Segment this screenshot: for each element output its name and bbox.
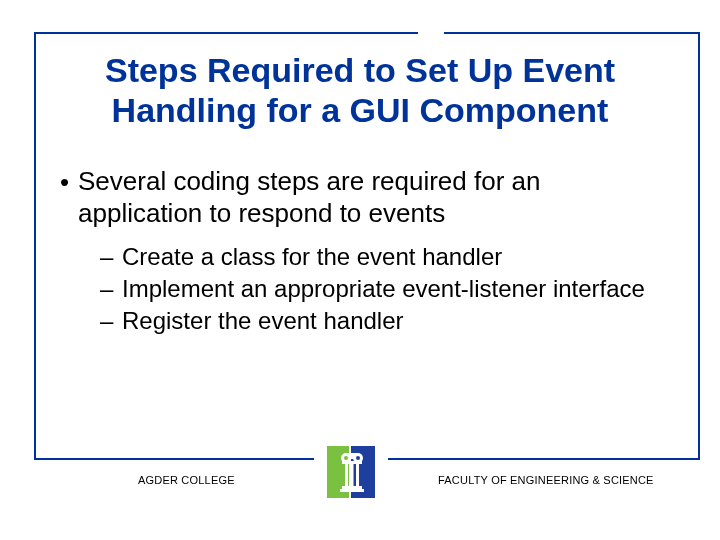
svg-point-12	[356, 456, 360, 460]
dash-icon: –	[100, 274, 122, 304]
bullet-text: Several coding steps are required for an…	[78, 166, 660, 229]
footer-right: FACULTY OF ENGINEERING & SCIENCE	[438, 474, 654, 486]
slide-title: Steps Required to Set Up Event Handling …	[60, 50, 660, 130]
list-item: – Create a class for the event handler	[100, 242, 660, 272]
bottom-rule-left	[34, 458, 314, 460]
subbullet-text: Register the event handler	[122, 306, 404, 336]
dash-icon: –	[100, 306, 122, 336]
svg-rect-10	[340, 489, 364, 492]
dash-icon: –	[100, 242, 122, 272]
subbullet-text: Create a class for the event handler	[122, 242, 502, 272]
college-logo-icon	[327, 446, 375, 498]
svg-rect-5	[342, 461, 362, 464]
svg-rect-6	[345, 464, 348, 486]
top-rule-left	[34, 32, 418, 34]
right-rule	[698, 32, 700, 458]
svg-rect-8	[356, 464, 359, 486]
list-item: – Implement an appropriate event-listene…	[100, 274, 660, 304]
bullet-dot-icon: •	[60, 166, 78, 198]
bullet-level1: • Several coding steps are required for …	[60, 166, 660, 229]
subbullet-text: Implement an appropriate event-listener …	[122, 274, 645, 304]
top-rule-right	[444, 32, 700, 34]
svg-rect-7	[351, 464, 354, 486]
slide: Steps Required to Set Up Event Handling …	[0, 0, 720, 540]
subbullet-list: – Create a class for the event handler –…	[100, 242, 660, 337]
svg-rect-9	[342, 486, 362, 489]
list-item: – Register the event handler	[100, 306, 660, 336]
left-rule	[34, 32, 36, 458]
bottom-rule-right	[388, 458, 700, 460]
footer-left: AGDER COLLEGE	[138, 474, 235, 486]
svg-point-11	[344, 456, 348, 460]
